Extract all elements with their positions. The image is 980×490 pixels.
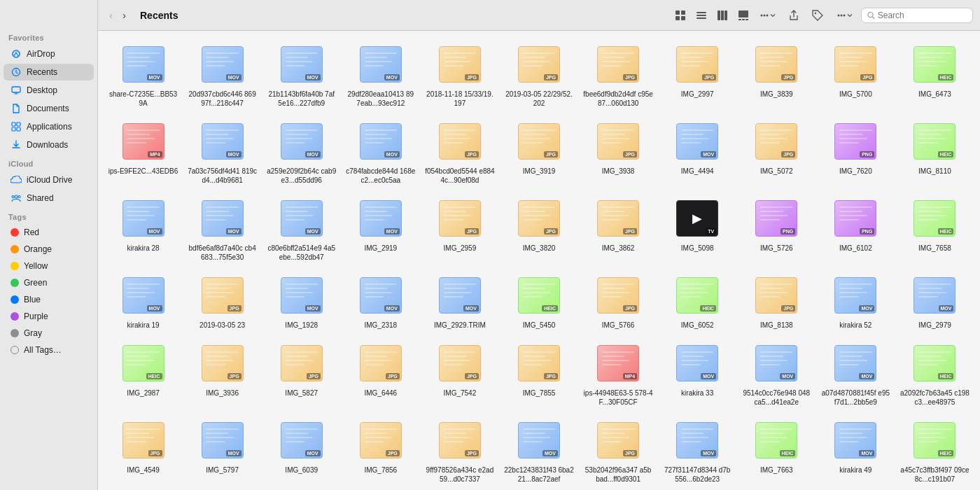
file-item[interactable]: heic IMG_5450 [500, 269, 577, 332]
file-item[interactable]: mov a07d4870881f45f e95f7d1...2bb5e9 [818, 337, 894, 410]
file-item[interactable]: jpg 2019-03-05 22/29/52.202 [500, 38, 577, 111]
sidebar-item-tag-blue[interactable]: Blue [4, 292, 94, 307]
view-list[interactable] [692, 7, 711, 24]
view-columns[interactable] [713, 7, 732, 24]
file-item[interactable]: mov kirakira 49 [818, 414, 894, 486]
sidebar-item-applications[interactable]: Applications [4, 118, 94, 135]
file-item[interactable]: mov IMG_2979 [897, 269, 973, 332]
file-item[interactable]: jpg IMG_3936 [184, 337, 260, 410]
file-item[interactable]: mov 20d937cbd6c446 86997f...218c447 [184, 38, 260, 111]
file-item[interactable]: jpg IMG_3938 [580, 115, 657, 188]
file-thumb: png [755, 200, 797, 237]
documents-icon [10, 103, 22, 114]
file-item[interactable]: jpg IMG_3839 [738, 38, 815, 111]
file-item[interactable]: heic IMG_7663 [738, 414, 815, 486]
file-item[interactable]: mov c80e6bff2a514e9 4a5ebe...592db47 [263, 192, 340, 265]
file-item[interactable]: mov 29df280eaa10413 897eab...93ec912 [342, 38, 419, 111]
file-item[interactable]: jpg IMG_4549 [105, 414, 181, 486]
file-item[interactable]: mov share-C7235E...BB539A [105, 38, 181, 111]
sidebar-item-documents[interactable]: Documents [4, 100, 94, 117]
file-item[interactable]: mov kirakira 28 [105, 192, 181, 265]
file-item[interactable]: jpg 53b2042f96a347 a5bbad...ff0d9301 [580, 414, 657, 486]
tag-button[interactable] [808, 7, 827, 24]
search-input[interactable] [878, 10, 967, 20]
file-item[interactable]: mp4 ips-44948E63-5 578-4F...30F05CF [580, 337, 657, 410]
file-item[interactable]: jpg IMG_5700 [818, 38, 894, 111]
file-name-label: 7a03c756df4d41 819cd4...d4b9681 [188, 167, 258, 185]
file-item[interactable]: mov IMG_2318 [342, 269, 419, 332]
file-item[interactable]: heic a2092fc7b63a45 c198c3...ee48975 [897, 337, 973, 410]
forward-button[interactable]: › [118, 6, 130, 24]
share-button[interactable] [784, 7, 804, 24]
file-item[interactable]: png IMG_6102 [818, 192, 894, 265]
file-item[interactable]: jpg IMG_5827 [263, 337, 340, 410]
file-item[interactable]: png IMG_7620 [818, 115, 894, 188]
back-button[interactable]: ‹ [105, 6, 117, 24]
sidebar-item-tag-gray[interactable]: Gray [4, 326, 94, 341]
view-more-dropdown[interactable] [755, 7, 780, 24]
sidebar-item-airdrop[interactable]: AirDrop [4, 46, 94, 62]
file-item[interactable]: mov 727f31147d8344 d7b556...6b2de23 [659, 414, 736, 486]
sidebar-item-desktop[interactable]: Desktop [4, 82, 94, 99]
file-item[interactable]: mov IMG_5797 [184, 414, 260, 486]
file-thumb: mov [360, 46, 402, 83]
file-item[interactable]: jpg IMG_5766 [580, 269, 657, 332]
file-item[interactable]: heic IMG_6052 [659, 269, 736, 332]
file-item[interactable]: jpg IMG_6446 [342, 337, 419, 410]
file-icon-wrapper: heic [754, 418, 799, 463]
file-item[interactable]: ▶ tv IMG_5098 [659, 192, 736, 265]
sidebar-item-tag-red[interactable]: Red [4, 225, 94, 240]
file-item[interactable]: jpg IMG_7542 [421, 337, 498, 410]
file-grid: mov share-C7235E...BB539A mov 20d937cbd6… [105, 38, 973, 490]
file-item[interactable]: jpg fbee6df9db2d4df c95e87...060d130 [580, 38, 657, 111]
file-item[interactable]: mov 9514c0cc76e948 048ca5...d41ea2e [738, 337, 815, 410]
sidebar-item-icloud-drive[interactable]: iCloud Drive [4, 172, 94, 188]
view-gallery[interactable] [734, 7, 753, 24]
sidebar-item-tag-purple[interactable]: Purple [4, 309, 94, 324]
sidebar-item-all-tags[interactable]: All Tags… [4, 342, 94, 358]
file-item[interactable]: jpg 2019-03-05 23 [184, 269, 260, 332]
file-item[interactable]: mov kirakira 52 [818, 269, 894, 332]
file-item[interactable]: mov 22bc1243831f43 6ba221...8ac72aef [500, 414, 577, 486]
file-item[interactable]: mov c784fabcde844d 168ec2...ec0c5aa [342, 115, 419, 188]
file-item[interactable]: mov a259e209f2b64c cab9e3...d55dd96 [263, 115, 340, 188]
file-item[interactable]: mov IMG_1928 [263, 269, 340, 332]
file-item[interactable]: jpg IMG_8138 [738, 269, 815, 332]
sidebar-item-tag-orange[interactable]: Orange [4, 241, 94, 257]
file-item[interactable]: jpg IMG_3820 [500, 192, 577, 265]
file-item[interactable]: heic IMG_2987 [105, 337, 181, 410]
sidebar-item-downloads[interactable]: Downloads [4, 136, 94, 153]
sidebar-item-shared[interactable]: Shared [4, 190, 94, 206]
file-item[interactable]: jpg 9ff978526a434c e2ad59...d0c7337 [421, 414, 498, 486]
file-item[interactable]: heic a45c7c3ffb3f497 09ce8c...c191b07 [897, 414, 973, 486]
file-item[interactable]: mov kirakira 19 [105, 269, 181, 332]
file-item[interactable]: jpg IMG_7856 [342, 414, 419, 486]
file-item[interactable]: png IMG_5726 [738, 192, 815, 265]
file-item[interactable]: mov IMG_2919 [342, 192, 419, 265]
file-item[interactable]: heic IMG_8110 [897, 115, 973, 188]
more-options-button[interactable] [832, 7, 857, 24]
file-item[interactable]: mp4 ips-E9FE2C...43EDB6 [105, 115, 181, 188]
file-item[interactable]: mov IMG_4494 [659, 115, 736, 188]
file-item[interactable]: jpg IMG_7855 [500, 337, 577, 410]
file-item[interactable]: jpg IMG_3919 [500, 115, 577, 188]
file-item[interactable]: jpg IMG_2959 [421, 192, 498, 265]
sidebar-item-tag-green[interactable]: Green [4, 275, 94, 290]
file-item[interactable]: mov IMG_2929.TRIM [421, 269, 498, 332]
file-item[interactable]: mov 7a03c756df4d41 819cd4...d4b9681 [184, 115, 260, 188]
file-item[interactable]: jpg IMG_2997 [659, 38, 736, 111]
file-item[interactable]: jpg 2018-11-18 15/33/19.197 [421, 38, 498, 111]
file-item[interactable]: mov 21b1143bf6fa40b 7af5e16...227dfb9 [263, 38, 340, 111]
file-item[interactable]: heic IMG_7658 [897, 192, 973, 265]
sidebar-item-tag-yellow[interactable]: Yellow [4, 258, 94, 274]
file-grid-container[interactable]: mov share-C7235E...BB539A mov 20d937cbd6… [98, 31, 980, 490]
view-icon-grid[interactable] [671, 7, 690, 24]
file-item[interactable]: jpg f054bcd0ed5544 e8844c...90ef08d [421, 115, 498, 188]
file-item[interactable]: jpg IMG_5072 [738, 115, 815, 188]
file-item[interactable]: jpg IMG_3862 [580, 192, 657, 265]
file-item[interactable]: mov kirakira 33 [659, 337, 736, 410]
sidebar-item-recents[interactable]: Recents [4, 64, 94, 80]
file-item[interactable]: mov bdf6e6af8d7a40c cb4683...75f5e30 [184, 192, 260, 265]
file-item[interactable]: mov IMG_6039 [263, 414, 340, 486]
file-item[interactable]: heic IMG_6473 [897, 38, 973, 111]
